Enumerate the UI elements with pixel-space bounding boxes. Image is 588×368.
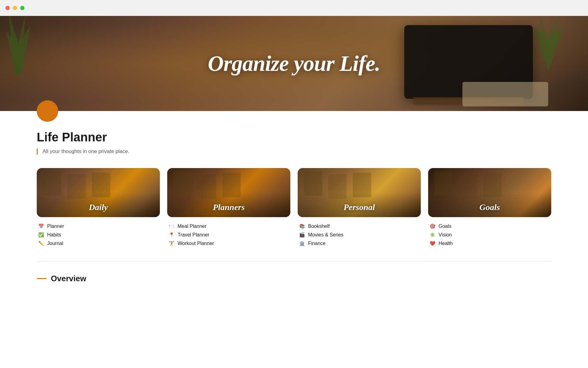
journal-label: Journal: [47, 241, 63, 246]
vision-icon: ✳️: [429, 232, 435, 238]
cards-grid: Daily📅Planner✅Habits✏️JournalPlanners🍽️M…: [37, 168, 551, 248]
avatar: [37, 100, 58, 122]
card-links-planners: 🍽️Meal Planner📍Travel Planner🏋️Workout P…: [167, 217, 290, 248]
overview-title: Overview: [51, 274, 86, 283]
link-meal-planner[interactable]: 🍽️Meal Planner: [168, 222, 289, 231]
main-content: Life Planner All your thoughts in one pr…: [0, 100, 588, 283]
goals-label: Goals: [439, 224, 451, 229]
card-image-personal: Personal: [298, 168, 421, 217]
bookshelf-label: Bookshelf: [308, 224, 330, 229]
card-label-personal: Personal: [298, 202, 421, 212]
travel-planner-label: Travel Planner: [178, 232, 209, 238]
close-button[interactable]: [6, 6, 10, 10]
card-personal[interactable]: Personal: [298, 168, 421, 217]
vision-label: Vision: [439, 232, 452, 238]
hero-title: Organize your Life.: [208, 51, 380, 76]
overview-section: Overview: [37, 274, 551, 283]
link-health[interactable]: ❤️Health: [429, 239, 550, 248]
link-travel-planner[interactable]: 📍Travel Planner: [168, 231, 289, 239]
card-label-daily: Daily: [37, 202, 160, 212]
link-planner[interactable]: 📅Planner: [38, 222, 159, 231]
link-habits[interactable]: ✅Habits: [38, 231, 159, 239]
finance-icon: 🏛️: [299, 241, 305, 246]
goals-icon: 🎯: [429, 224, 435, 229]
link-vision[interactable]: ✳️Vision: [429, 231, 550, 239]
page-title: Life Planner: [37, 130, 551, 144]
card-planners[interactable]: Planners: [167, 168, 290, 217]
page-subtitle: All your thoughts in one private place.: [37, 148, 551, 155]
finance-label: Finance: [308, 241, 326, 246]
card-column-personal: Personal📚Bookshelf🎬Movies & Series🏛️Fina…: [298, 168, 421, 248]
card-daily[interactable]: Daily: [37, 168, 160, 217]
movies-series-icon: 🎬: [299, 232, 305, 238]
card-label-planners: Planners: [167, 202, 290, 212]
health-icon: ❤️: [429, 241, 435, 246]
keyboard-decoration: [462, 82, 548, 106]
card-image-goals: Goals: [428, 168, 551, 217]
card-image-planners: Planners: [167, 168, 290, 217]
link-bookshelf[interactable]: 📚Bookshelf: [299, 222, 420, 231]
link-journal[interactable]: ✏️Journal: [38, 239, 159, 248]
card-image-daily: Daily: [37, 168, 160, 217]
hero-banner: Organize your Life.: [0, 16, 588, 111]
planner-icon: 📅: [38, 224, 44, 229]
card-links-goals: 🎯Goals✳️Vision❤️Health: [428, 217, 551, 248]
meal-planner-icon: 🍽️: [168, 224, 175, 229]
planner-label: Planner: [47, 224, 64, 229]
card-column-planners: Planners🍽️Meal Planner📍Travel Planner🏋️W…: [167, 168, 290, 248]
section-divider: [37, 261, 551, 262]
workout-planner-label: Workout Planner: [178, 241, 214, 246]
link-goals[interactable]: 🎯Goals: [429, 222, 550, 231]
link-workout-planner[interactable]: 🏋️Workout Planner: [168, 239, 289, 248]
maximize-button[interactable]: [20, 6, 24, 10]
card-goals[interactable]: Goals: [428, 168, 551, 217]
bookshelf-icon: 📚: [299, 224, 305, 229]
card-links-personal: 📚Bookshelf🎬Movies & Series🏛️Finance: [298, 217, 421, 248]
meal-planner-label: Meal Planner: [178, 224, 206, 229]
card-links-daily: 📅Planner✅Habits✏️Journal: [37, 217, 160, 248]
card-column-daily: Daily📅Planner✅Habits✏️Journal: [37, 168, 160, 248]
card-label-goals: Goals: [428, 202, 551, 212]
link-finance[interactable]: 🏛️Finance: [299, 239, 420, 248]
habits-icon: ✅: [38, 232, 44, 238]
card-column-goals: Goals🎯Goals✳️Vision❤️Health: [428, 168, 551, 248]
overview-dash-icon: [37, 278, 47, 279]
travel-planner-icon: 📍: [168, 232, 175, 238]
journal-icon: ✏️: [38, 241, 44, 246]
titlebar: [0, 0, 588, 16]
minimize-button[interactable]: [13, 6, 17, 10]
workout-planner-icon: 🏋️: [168, 241, 175, 246]
health-label: Health: [439, 241, 453, 246]
habits-label: Habits: [47, 232, 61, 238]
movies-series-label: Movies & Series: [308, 232, 344, 238]
link-movies-series[interactable]: 🎬Movies & Series: [299, 231, 420, 239]
